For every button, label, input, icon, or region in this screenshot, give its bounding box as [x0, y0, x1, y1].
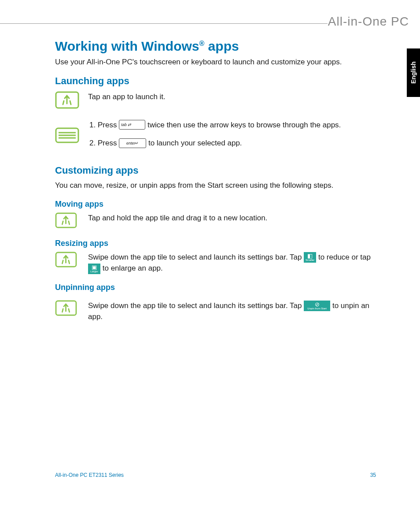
launching-touch-text: Tap an app to launch it.	[88, 91, 385, 103]
language-tab: English	[407, 48, 420, 97]
resizing-post: to enlarge an app.	[103, 264, 163, 272]
page-footer: All-in-One PC ET2311 Series 35	[55, 472, 376, 478]
tab-key-icon: tab ⇄	[119, 120, 145, 130]
product-brand: All-in-One PC	[328, 15, 409, 29]
customizing-intro: You can move, resize, or unpin apps from…	[55, 181, 385, 191]
touch-icon	[55, 252, 79, 269]
section-customizing-heading: Customizing apps	[55, 165, 385, 176]
header-rule	[0, 23, 328, 24]
keyboard-step-1: Press tab ⇄ twice then use the arrow key…	[98, 119, 385, 131]
keyboard-icon	[55, 119, 79, 145]
step2-post: to launch your selected app.	[148, 139, 242, 147]
resizing-pre: Swipe down the app tile to select and la…	[88, 253, 304, 261]
launching-keyboard-row: Press tab ⇄ twice then use the arrow key…	[55, 119, 385, 156]
enter-key-label: enter	[126, 141, 136, 145]
unpin-label: Unpin from Start	[304, 307, 330, 310]
title-text-pre: Working with Windows	[55, 39, 199, 53]
unpin-tile-icon: ⊘Unpin from Start	[304, 301, 330, 311]
touch-icon	[55, 212, 79, 230]
step1-pre: Press	[98, 121, 119, 129]
unpinning-row: Swipe down the app tile to select and la…	[55, 300, 385, 323]
larger-tile-icon: ▣Larger	[88, 264, 100, 274]
moving-text: Tap and hold the app tile and drag it to…	[88, 212, 385, 224]
resizing-mid: to reduce or tap	[318, 253, 371, 261]
title-text-post: apps	[204, 39, 239, 53]
moving-row: Tap and hold the app tile and drag it to…	[55, 212, 385, 230]
page-content: Working with Windows® apps Use your All-…	[55, 39, 385, 331]
launching-keyboard-steps: Press tab ⇄ twice then use the arrow key…	[88, 119, 385, 156]
touch-icon	[55, 300, 79, 318]
resizing-row: Swipe down the app tile to select and la…	[55, 252, 385, 274]
smaller-label: Smaller	[304, 259, 316, 261]
unpinning-pre: Swipe down the app tile to select and la…	[88, 301, 304, 310]
tab-key-label: tab	[121, 123, 127, 127]
step2-pre: Press	[98, 139, 119, 147]
subsection-unpinning-heading: Unpinning apps	[55, 283, 385, 292]
page-title: Working with Windows® apps	[55, 39, 385, 54]
footer-page-number: 35	[370, 472, 376, 478]
subsection-resizing-heading: Resizing apps	[55, 239, 385, 248]
resizing-text: Swipe down the app tile to select and la…	[88, 252, 385, 274]
footer-model: All-in-One PC ET2311 Series	[55, 472, 124, 478]
subsection-moving-heading: Moving apps	[55, 200, 385, 209]
touch-icon	[55, 91, 79, 111]
step1-post: twice then use the arrow keys to browse …	[147, 121, 341, 129]
keyboard-step-2: Press enter↵ to launch your selected app…	[98, 137, 385, 149]
larger-label: Larger	[88, 270, 100, 273]
enter-key-icon: enter↵	[119, 138, 146, 148]
section-launching-heading: Launching apps	[55, 75, 385, 87]
unpinning-text: Swipe down the app tile to select and la…	[88, 300, 385, 323]
launching-touch-row: Tap an app to launch it.	[55, 91, 385, 111]
registered-mark: ®	[199, 40, 204, 47]
intro-text: Use your All-in-One PC's touchscreen or …	[55, 57, 385, 67]
smaller-tile-icon: ◧Smaller	[304, 252, 316, 263]
